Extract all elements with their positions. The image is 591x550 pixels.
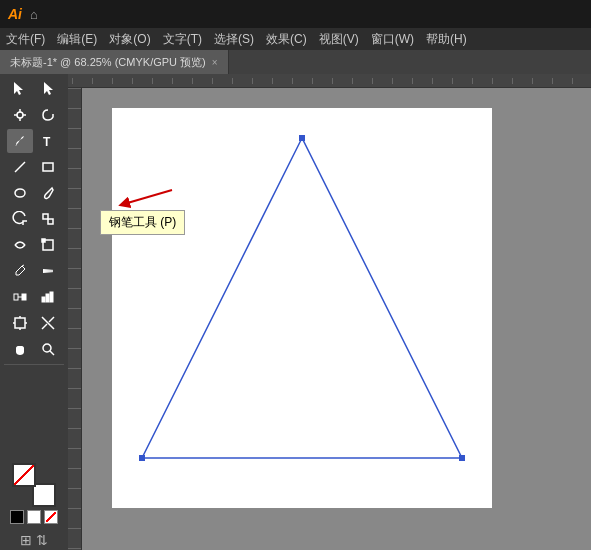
svg-marker-34 — [142, 138, 462, 458]
artboard-tool-button[interactable] — [7, 311, 33, 335]
svg-point-32 — [43, 344, 51, 352]
svg-rect-14 — [42, 239, 45, 242]
selection-tool-button[interactable] — [7, 77, 33, 101]
menu-object[interactable]: 对象(O) — [109, 31, 150, 48]
column-graph-tool-button[interactable] — [35, 285, 61, 309]
svg-point-10 — [15, 189, 25, 197]
fill-swatch[interactable] — [12, 463, 36, 487]
svg-rect-23 — [50, 292, 53, 302]
color-section — [0, 459, 68, 528]
white-swatch[interactable] — [27, 510, 41, 524]
canvas-svg — [112, 108, 492, 508]
svg-line-31 — [49, 317, 54, 322]
line-tool-button[interactable] — [7, 155, 33, 179]
gradient-tool-button[interactable] — [35, 259, 61, 283]
tool-row-2 — [0, 102, 68, 128]
free-transform-tool-button[interactable] — [35, 233, 61, 257]
magic-wand-tool-button[interactable] — [7, 103, 33, 127]
direct-select-tool-button[interactable] — [35, 77, 61, 101]
document-tab[interactable]: 未标题-1* @ 68.25% (CMYK/GPU 预览) × — [0, 50, 229, 74]
tool-row-9 — [0, 284, 68, 310]
tool-row-3: T — [0, 128, 68, 154]
svg-rect-35 — [299, 135, 305, 141]
tool-row-6 — [0, 206, 68, 232]
blend-tool-button[interactable] — [7, 285, 33, 309]
menu-view[interactable]: 视图(V) — [319, 31, 359, 48]
tool-row-8 — [0, 258, 68, 284]
svg-line-30 — [42, 324, 47, 329]
color-box[interactable] — [12, 463, 56, 507]
warp-tool-button[interactable] — [7, 233, 33, 257]
tab-title: 未标题-1* @ 68.25% (CMYK/GPU 预览) — [10, 55, 206, 70]
menu-file[interactable]: 文件(F) — [6, 31, 45, 48]
svg-rect-22 — [46, 294, 49, 302]
svg-rect-9 — [43, 163, 53, 171]
app-logo: Ai — [8, 6, 22, 22]
tab-close-button[interactable]: × — [212, 57, 218, 68]
canvas-area[interactable]: 钢笔工具 (P) — [68, 74, 591, 550]
svg-rect-24 — [15, 318, 25, 328]
main-layout: T — [0, 74, 591, 550]
brush-tool-button[interactable] — [35, 181, 61, 205]
ruler-vertical — [68, 88, 82, 550]
svg-line-8 — [15, 162, 25, 172]
menu-window[interactable]: 窗口(W) — [371, 31, 414, 48]
tool-row-7 — [0, 232, 68, 258]
none-swatch[interactable] — [44, 510, 58, 524]
tool-row-1 — [0, 76, 68, 102]
rotate-tool-button[interactable] — [7, 207, 33, 231]
screen-mode-icon[interactable]: ⊞ — [20, 532, 32, 548]
title-bar: Ai ⌂ — [0, 0, 591, 28]
svg-rect-36 — [139, 455, 145, 461]
toolbar: T — [0, 74, 68, 550]
artboard-container[interactable]: 钢笔工具 (P) — [82, 88, 591, 550]
tool-row-10 — [0, 310, 68, 336]
menu-edit[interactable]: 编辑(E) — [57, 31, 97, 48]
menu-select[interactable]: 选择(S) — [214, 31, 254, 48]
svg-rect-21 — [42, 297, 45, 302]
svg-line-33 — [50, 351, 54, 355]
hand-tool-button[interactable] — [7, 337, 33, 361]
rect-tool-button[interactable] — [35, 155, 61, 179]
svg-marker-0 — [14, 82, 23, 95]
svg-rect-18 — [14, 294, 18, 300]
scale-tool-button[interactable] — [35, 207, 61, 231]
change-screen-icon[interactable]: ⇅ — [36, 532, 48, 548]
svg-line-15 — [22, 265, 24, 266]
svg-rect-37 — [459, 455, 465, 461]
home-icon[interactable]: ⌂ — [30, 7, 38, 22]
svg-marker-1 — [44, 82, 53, 95]
menu-effect[interactable]: 效果(C) — [266, 31, 307, 48]
lasso-tool-button[interactable] — [35, 103, 61, 127]
tool-row-11 — [0, 336, 68, 362]
eyedropper-tool-button[interactable] — [7, 259, 33, 283]
slice-tool-button[interactable] — [35, 311, 61, 335]
ellipse-tool-button[interactable] — [7, 181, 33, 205]
small-swatches — [4, 510, 64, 524]
toolbar-divider — [4, 364, 64, 365]
svg-text:T: T — [43, 135, 51, 149]
artboard[interactable] — [112, 108, 492, 508]
pen-tool-button[interactable] — [7, 129, 33, 153]
bottom-arrows: ⊞ ⇅ — [0, 532, 68, 548]
ruler-horizontal — [68, 74, 591, 88]
menu-bar: 文件(F) 编辑(E) 对象(O) 文字(T) 选择(S) 效果(C) 视图(V… — [0, 28, 591, 50]
black-swatch[interactable] — [10, 510, 24, 524]
zoom-tool-button[interactable] — [35, 337, 61, 361]
tool-row-4 — [0, 154, 68, 180]
svg-rect-12 — [48, 219, 53, 224]
tab-bar: 未标题-1* @ 68.25% (CMYK/GPU 预览) × — [0, 50, 591, 74]
type-tool-button[interactable]: T — [35, 129, 61, 153]
menu-text[interactable]: 文字(T) — [163, 31, 202, 48]
menu-help[interactable]: 帮助(H) — [426, 31, 467, 48]
svg-point-6 — [17, 112, 23, 118]
tool-row-5 — [0, 180, 68, 206]
svg-rect-19 — [22, 294, 26, 300]
